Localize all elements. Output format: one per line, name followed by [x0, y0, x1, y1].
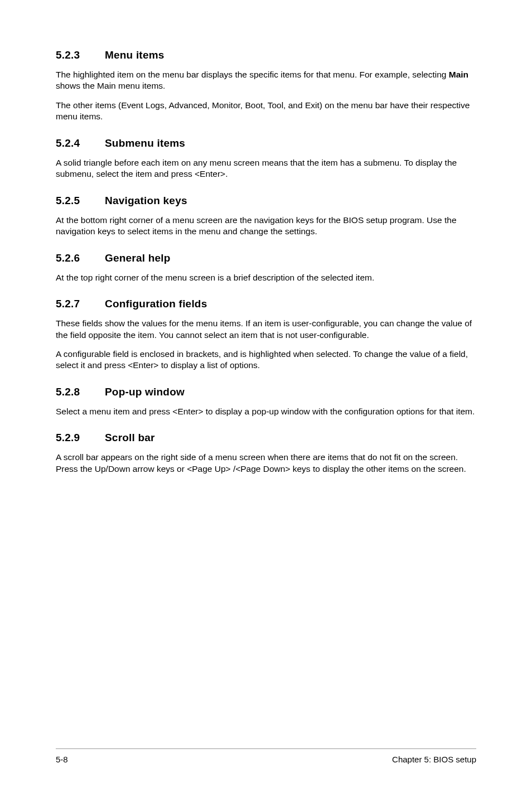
section-5-2-3: 5.2.3Menu items The highlighted item on … [56, 49, 476, 123]
heading-number: 5.2.4 [56, 137, 105, 149]
page-number: 5-8 [56, 755, 68, 764]
paragraph: The other items (Event Logs, Advanced, M… [56, 100, 476, 123]
heading-5-2-7: 5.2.7Configuration fields [56, 298, 476, 310]
paragraph: The highlighted item on the menu bar dis… [56, 69, 476, 92]
heading-number: 5.2.6 [56, 252, 105, 264]
text-post: shows the Main menu items. [56, 81, 165, 90]
heading-title: Menu items [105, 49, 165, 61]
paragraph: A solid triangle before each item on any… [56, 157, 476, 180]
heading-number: 5.2.9 [56, 432, 105, 444]
paragraph: At the bottom right corner of a menu scr… [56, 215, 476, 238]
heading-number: 5.2.8 [56, 386, 105, 398]
paragraph: A configurable field is enclosed in brac… [56, 349, 476, 371]
heading-5-2-9: 5.2.9Scroll bar [56, 432, 476, 444]
heading-title: Scroll bar [105, 432, 155, 443]
paragraph: Select a menu item and press <Enter> to … [56, 406, 476, 417]
text-pre: The highlighted item on the menu bar dis… [56, 70, 449, 79]
page-footer: 5-8 Chapter 5: BIOS setup [56, 748, 476, 764]
heading-number: 5.2.5 [56, 195, 105, 207]
section-5-2-6: 5.2.6General help At the top right corne… [56, 252, 476, 283]
heading-5-2-6: 5.2.6General help [56, 252, 476, 264]
paragraph: A scroll bar appears on the right side o… [56, 452, 476, 475]
heading-title: General help [105, 252, 171, 264]
heading-number: 5.2.3 [56, 49, 105, 61]
section-5-2-4: 5.2.4Submenu items A solid triangle befo… [56, 137, 476, 180]
heading-5-2-4: 5.2.4Submenu items [56, 137, 476, 149]
heading-title: Pop-up window [105, 386, 185, 398]
heading-number: 5.2.7 [56, 298, 105, 310]
heading-title: Configuration fields [105, 298, 207, 310]
text-bold: Main [449, 70, 468, 79]
paragraph: These fields show the values for the men… [56, 318, 476, 341]
paragraph: At the top right corner of the menu scre… [56, 272, 476, 283]
heading-5-2-5: 5.2.5Navigation keys [56, 195, 476, 207]
section-5-2-5: 5.2.5Navigation keys At the bottom right… [56, 195, 476, 238]
chapter-label: Chapter 5: BIOS setup [392, 755, 476, 764]
heading-title: Submenu items [105, 137, 185, 149]
heading-title: Navigation keys [105, 195, 187, 206]
section-5-2-7: 5.2.7Configuration fields These fields s… [56, 298, 476, 371]
heading-5-2-3: 5.2.3Menu items [56, 49, 476, 61]
section-5-2-8: 5.2.8Pop-up window Select a menu item an… [56, 386, 476, 417]
heading-5-2-8: 5.2.8Pop-up window [56, 386, 476, 398]
section-5-2-9: 5.2.9Scroll bar A scroll bar appears on … [56, 432, 476, 475]
